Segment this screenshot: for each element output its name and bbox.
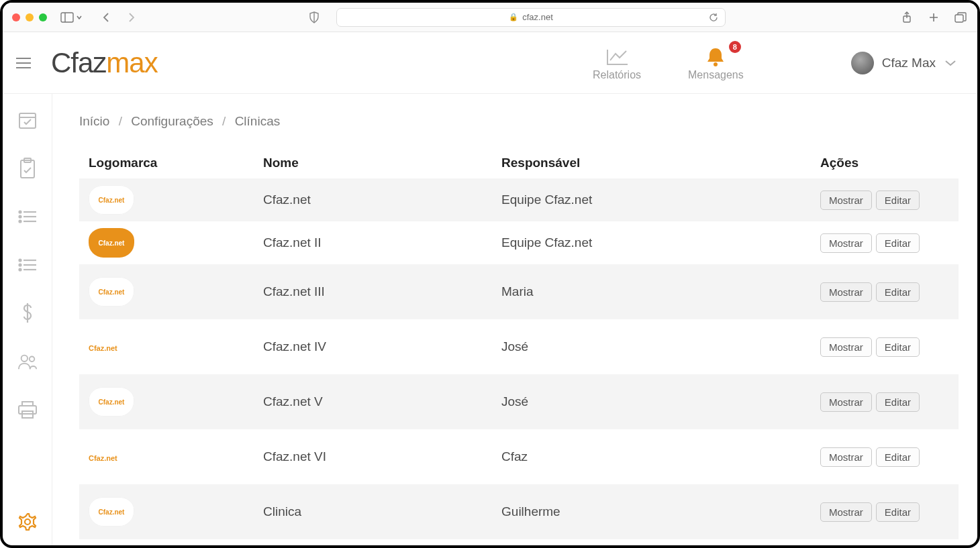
- svg-rect-7: [955, 15, 963, 22]
- calendar-check-icon[interactable]: [17, 110, 38, 130]
- show-button[interactable]: Mostrar: [820, 502, 872, 522]
- svg-point-16: [19, 211, 21, 213]
- table-row: Cfaz.netCfaz.net IIIMariaMostrarEditar: [79, 264, 959, 319]
- cell-owner: Cfaz: [492, 429, 811, 484]
- svg-point-29: [21, 355, 27, 362]
- cell-owner: José: [492, 374, 811, 429]
- url-bar[interactable]: 🔒 cfaz.net: [336, 8, 726, 27]
- edit-button[interactable]: Editar: [876, 282, 920, 302]
- app-header: Cfazmax Relatórios 8 Mensagens Cfaz Max: [3, 32, 977, 94]
- gear-icon[interactable]: [17, 512, 38, 532]
- list-alt-icon[interactable]: [17, 255, 38, 275]
- minimize-icon[interactable]: [26, 13, 34, 21]
- cell-logo: Cfaz.net: [79, 319, 254, 374]
- back-button[interactable]: [99, 10, 113, 25]
- cell-actions: MostrarEditar: [811, 264, 959, 319]
- edit-button[interactable]: Editar: [876, 337, 920, 357]
- printer-icon[interactable]: [17, 400, 38, 420]
- dollar-icon[interactable]: [17, 303, 38, 323]
- refresh-icon[interactable]: [709, 13, 718, 22]
- show-button[interactable]: Mostrar: [820, 392, 872, 412]
- breadcrumb: Início / Configurações / Clínicas: [79, 114, 959, 129]
- privacy-shield-icon[interactable]: [307, 10, 322, 25]
- cell-actions: MostrarEditar: [811, 484, 959, 539]
- edit-button[interactable]: Editar: [876, 233, 920, 253]
- show-button[interactable]: Mostrar: [820, 233, 872, 253]
- nav-messages-label: Mensagens: [688, 69, 744, 81]
- logo-prefix: Cfaz: [51, 47, 106, 78]
- clinic-logo: Cfaz.net: [89, 228, 134, 258]
- main-content: Início / Configurações / Clínicas Logoma…: [52, 94, 977, 545]
- list-icon[interactable]: [17, 207, 38, 227]
- show-button[interactable]: Mostrar: [820, 282, 872, 302]
- cell-logo: Cfaz.net: [79, 429, 254, 484]
- table-row: Cfaz.netCfaz.net VICfazMostrarEditar: [79, 429, 959, 484]
- table-row: Cfaz.netCfaz.net IIEquipe Cfaz.netMostra…: [79, 221, 959, 264]
- edit-button[interactable]: Editar: [876, 190, 920, 210]
- cell-actions: MostrarEditar: [811, 178, 959, 221]
- user-name: Cfaz Max: [882, 56, 936, 70]
- cell-owner: Guilherme: [492, 484, 811, 539]
- clinic-logo: Cfaz.net: [89, 344, 117, 352]
- tabs-overview-icon[interactable]: [953, 10, 968, 25]
- svg-point-20: [19, 221, 21, 223]
- content-area: Início / Configurações / Clínicas Logoma…: [3, 94, 977, 545]
- clinic-logo: Cfaz.net: [89, 497, 134, 527]
- svg-point-22: [19, 260, 21, 262]
- clinic-logo: Cfaz.net: [89, 185, 134, 215]
- users-icon[interactable]: [17, 351, 38, 372]
- svg-point-34: [25, 519, 30, 525]
- forward-button[interactable]: [124, 10, 139, 25]
- traffic-lights: [12, 13, 47, 21]
- show-button[interactable]: Mostrar: [820, 337, 872, 357]
- nav-reports-label: Relatórios: [593, 69, 641, 81]
- maximize-icon[interactable]: [39, 13, 47, 21]
- table-row: Cfaz.netCfaz.netEquipe Cfaz.netMostrarEd…: [79, 178, 959, 221]
- table-row: Cfaz.netClinicaGuilhermeMostrarEditar: [79, 484, 959, 539]
- edit-button[interactable]: Editar: [876, 392, 920, 412]
- user-menu[interactable]: Cfaz Max: [851, 52, 957, 74]
- show-button[interactable]: Mostrar: [820, 447, 872, 467]
- cell-logo: Cfaz.net: [79, 264, 254, 319]
- side-rail: [3, 94, 52, 545]
- nav-messages[interactable]: 8 Mensagens: [688, 45, 744, 81]
- cell-owner: José: [492, 319, 811, 374]
- share-icon[interactable]: [899, 10, 914, 25]
- close-icon[interactable]: [12, 13, 20, 21]
- chart-line-icon: [593, 45, 641, 69]
- browser-chrome: 🔒 cfaz.net: [3, 3, 977, 32]
- svg-rect-12: [19, 113, 36, 128]
- browser-window: 🔒 cfaz.net Cfazmax: [0, 0, 980, 548]
- new-tab-icon[interactable]: [926, 10, 941, 25]
- cell-logo: Cfaz.net: [79, 484, 254, 539]
- show-button[interactable]: Mostrar: [820, 190, 872, 210]
- breadcrumb-home[interactable]: Início: [79, 114, 109, 128]
- cell-logo: Cfaz.net: [79, 178, 254, 221]
- clinics-table: Logomarca Nome Responsável Ações Cfaz.ne…: [79, 148, 959, 539]
- menu-toggle-button[interactable]: [15, 56, 34, 70]
- cell-name: Cfaz.net IV: [254, 319, 492, 374]
- nav-reports[interactable]: Relatórios: [593, 45, 641, 81]
- cell-name: Cfaz.net: [254, 178, 492, 221]
- lock-icon: 🔒: [509, 13, 518, 21]
- col-name: Nome: [254, 148, 492, 178]
- url-text: cfaz.net: [522, 12, 553, 22]
- sidebar-toggle-button[interactable]: [60, 12, 83, 23]
- edit-button[interactable]: Editar: [876, 502, 920, 522]
- cell-name: Cfaz.net VI: [254, 429, 492, 484]
- avatar: [851, 52, 874, 74]
- cell-owner: Equipe Cfaz.net: [492, 178, 811, 221]
- breadcrumb-settings[interactable]: Configurações: [131, 114, 213, 128]
- cell-logo: Cfaz.net: [79, 221, 254, 264]
- cell-name: Cfaz.net V: [254, 374, 492, 429]
- clinic-logo: Cfaz.net: [89, 454, 117, 462]
- edit-button[interactable]: Editar: [876, 447, 920, 467]
- chevron-down-icon: [944, 59, 957, 67]
- notification-badge: 8: [729, 41, 741, 53]
- clipboard-check-icon[interactable]: [17, 158, 38, 178]
- cell-owner: Equipe Cfaz.net: [492, 221, 811, 264]
- cell-name: Clinica: [254, 484, 492, 539]
- app-logo[interactable]: Cfazmax: [51, 47, 158, 79]
- svg-point-11: [714, 62, 718, 66]
- svg-rect-32: [19, 406, 36, 414]
